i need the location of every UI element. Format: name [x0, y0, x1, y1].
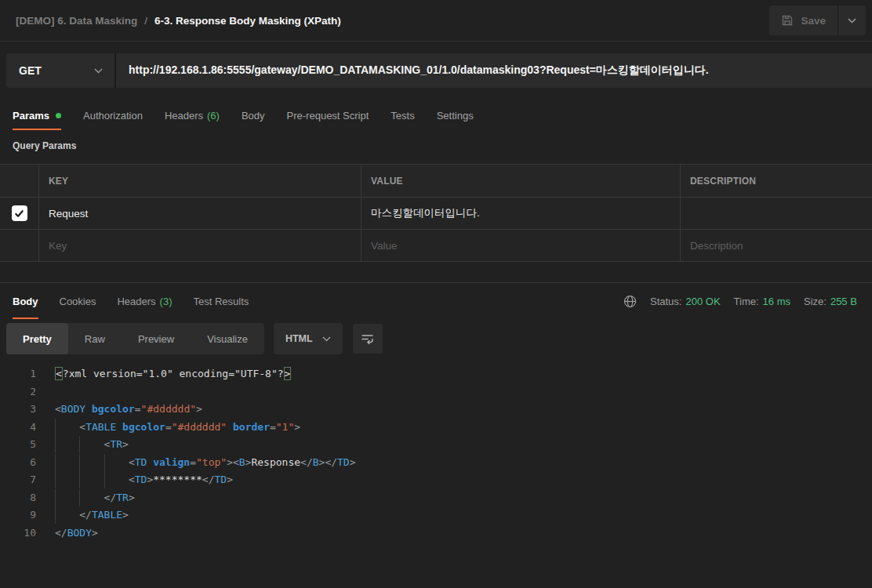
param-value[interactable]: 마스킹할데이터입니다.	[371, 206, 480, 220]
tab-label: Headers	[165, 110, 203, 122]
code-line: 10</BODY>	[0, 524, 872, 543]
time-value: 16 ms	[763, 296, 790, 307]
column-header-key: KEY	[49, 176, 68, 187]
line-number: 1	[0, 365, 36, 383]
view-tab-pretty[interactable]: Pretty	[6, 323, 68, 354]
code-token: "top"	[196, 456, 227, 468]
code-token: >	[122, 438, 129, 450]
indent-guide	[79, 436, 104, 453]
param-key[interactable]: Request	[49, 208, 88, 220]
code-token: =	[135, 403, 141, 415]
code-token: >	[196, 403, 202, 415]
code-token: TD	[214, 474, 227, 485]
view-tab-visualize[interactable]: Visualize	[191, 323, 264, 354]
line-number: 2	[0, 383, 36, 401]
code-token: =	[165, 421, 172, 433]
code-token: TR	[116, 492, 129, 503]
tab-count: (6)	[207, 110, 220, 122]
column-header-value: VALUE	[371, 176, 403, 187]
code-line: 3<BODY bgcolor="#dddddd">	[0, 401, 872, 419]
code-line: 2	[0, 383, 872, 401]
code-token: >	[284, 367, 292, 380]
indent-guide	[104, 454, 129, 471]
tab-body[interactable]: Body	[242, 100, 265, 130]
code-token: >	[294, 421, 300, 433]
code-line: 5<TR>	[0, 436, 872, 454]
response-tabs: BodyCookiesHeaders(3)Test Results	[13, 283, 270, 319]
wrap-text-button[interactable]	[353, 324, 383, 354]
code-token: border	[233, 421, 270, 433]
network-globe-icon[interactable]	[623, 295, 637, 308]
url-input[interactable]: http://192.168.1.86:5555/gateway/DEMO_DA…	[116, 53, 872, 88]
code-token: </	[79, 509, 92, 521]
size-value: 255 B	[830, 296, 857, 307]
tab-settings[interactable]: Settings	[437, 100, 474, 130]
format-value: HTML	[285, 333, 313, 344]
view-tab-preview[interactable]: Preview	[122, 323, 191, 354]
indent-guide	[55, 436, 79, 453]
breadcrumb: [DEMO] 6. Data Masking / 6-3. Response B…	[16, 15, 341, 27]
tab-label: Pre-request Script	[287, 110, 369, 122]
format-select[interactable]: HTML	[274, 323, 343, 354]
code-token: valign	[153, 456, 190, 468]
tab-pre-request-script[interactable]: Pre-request Script	[287, 100, 369, 130]
code-token: bgcolor	[92, 403, 135, 415]
code-token: </	[55, 527, 67, 539]
save-icon	[781, 14, 794, 27]
response-tab-headers[interactable]: Headers(3)	[117, 283, 172, 319]
view-tab-raw[interactable]: Raw	[68, 323, 122, 354]
line-number: 5	[0, 436, 36, 454]
code-token: >	[227, 474, 233, 485]
save-split-button: Save	[769, 5, 866, 35]
line-number: 8	[0, 489, 36, 507]
time-label: Time:	[734, 296, 759, 307]
response-body-code[interactable]: 1<?xml version="1.0" encoding="UTF-8"?>2…	[0, 365, 872, 542]
tab-label: Test Results	[194, 296, 249, 307]
tab-label: Authorization	[83, 110, 143, 122]
code-token: "#dddddd"	[141, 403, 196, 415]
response-tab-test-results[interactable]: Test Results	[194, 283, 249, 319]
query-params-table: KEY VALUE DESCRIPTION Request 마스킹할데이터입니다…	[0, 164, 872, 262]
code-token: >	[92, 527, 98, 539]
code-token	[116, 421, 122, 433]
wrap-text-icon	[361, 332, 374, 346]
code-token: BODY	[67, 527, 92, 539]
table-header-row: KEY VALUE DESCRIPTION	[0, 165, 872, 198]
size-label: Size:	[804, 296, 827, 307]
indent-guide	[104, 471, 129, 488]
line-number: 10	[0, 524, 36, 543]
code-token: <	[55, 403, 61, 415]
column-header-description: DESCRIPTION	[690, 176, 756, 187]
breadcrumb-collection[interactable]: [DEMO] 6. Data Masking	[16, 15, 137, 27]
query-params-title: Query Params	[13, 140, 872, 151]
response-toolbar: PrettyRawPreviewVisualize HTML	[6, 323, 866, 354]
key-placeholder-input[interactable]: Key	[49, 240, 67, 252]
save-button[interactable]: Save	[769, 5, 837, 35]
description-placeholder-input[interactable]: Description	[690, 240, 743, 252]
code-token: TABLE	[85, 421, 116, 433]
save-button-label: Save	[801, 15, 826, 27]
url-bar: GET http://192.168.1.86:5555/gateway/DEM…	[6, 53, 872, 88]
code-token: </	[325, 456, 337, 468]
tab-headers[interactable]: Headers(6)	[165, 100, 220, 130]
code-line-text: </TABLE>	[55, 506, 129, 524]
value-placeholder-input[interactable]: Value	[371, 240, 398, 252]
code-token: >	[227, 456, 233, 468]
save-options-button[interactable]	[837, 5, 866, 35]
tab-label: Params	[13, 110, 49, 122]
method-select[interactable]: GET	[6, 53, 116, 88]
indent-guide	[55, 454, 79, 471]
param-enabled-checkbox[interactable]	[12, 205, 27, 221]
response-tab-body[interactable]: Body	[13, 283, 38, 319]
code-token: B	[313, 456, 319, 468]
response-tab-cookies[interactable]: Cookies	[60, 283, 96, 319]
code-token: "1"	[276, 421, 294, 433]
tab-params[interactable]: Params	[13, 100, 61, 130]
code-line-text: <?xml version="1.0" encoding="UTF-8"?>	[55, 365, 291, 383]
code-token: "#dddddd"	[172, 421, 227, 433]
code-token: >	[350, 456, 356, 468]
code-token	[85, 403, 92, 415]
tab-authorization[interactable]: Authorization	[83, 100, 143, 130]
code-token: TD	[337, 456, 350, 468]
tab-tests[interactable]: Tests	[391, 100, 414, 130]
